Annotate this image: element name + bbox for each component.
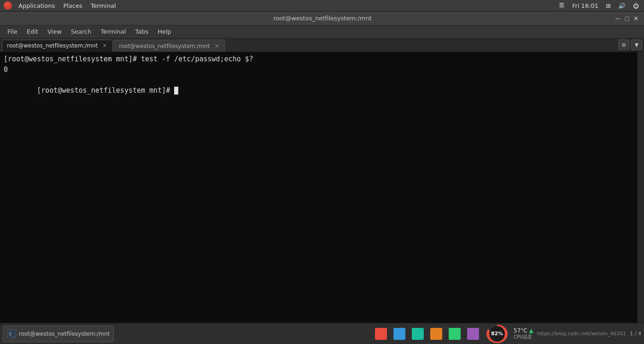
tab-dropdown-btn[interactable]: ▼ [631,40,642,50]
temp-info: 57°C ▲ CPU温度 [514,327,533,340]
tab-1-label: root@westos_netfilesystem:/mnt [7,42,98,49]
lang-icon[interactable]: 英 [557,1,566,10]
network-icon[interactable]: ⊞ [604,2,612,9]
clock: Fri 16:01 [571,2,600,9]
power-icon[interactable]: ⏻ [632,2,640,9]
app-icon-4 [430,328,442,340]
taskbar-page: 1 / 4 [630,331,641,337]
tab-bar-right: ⊞ ▼ [618,40,642,52]
terminal-line-2: 0 [4,65,634,75]
tab-bar: root@westos_netfilesystem:/mnt ✕ root@we… [0,38,644,52]
taskbar: $_ root@westos_netfilesystem:/mnt 82% [0,323,644,344]
tab-1-close[interactable]: ✕ [101,42,108,49]
app-icon-2 [393,328,405,340]
taskbar-app-3[interactable] [410,326,425,341]
temp-number: 57°C [514,327,527,334]
terminal-menu[interactable]: Terminal [87,1,120,10]
terminal-body: [root@westos_netfilesystem mnt]# test -f… [0,52,644,334]
menu-tabs[interactable]: Tabs [130,27,153,36]
terminal-cursor [174,87,178,95]
terminal-line-1: [root@westos_netfilesystem mnt]# test -f… [4,54,634,65]
terminal-prompt-3: [root@westos_netfilesystem mnt]# [37,86,174,95]
menu-file[interactable]: File [3,27,22,36]
taskbar-window-item[interactable]: $_ root@westos_netfilesystem:/mnt [3,326,114,342]
temp-value: 57°C ▲ [514,327,533,334]
taskbar-app-1[interactable] [374,326,388,341]
tab-2[interactable]: root@westos_netfilesystem:/mnt ✕ [114,40,225,52]
app-icon-1 [375,328,387,340]
applications-menu[interactable]: Applications [15,1,59,10]
volume-icon[interactable]: 🔊 [617,2,627,9]
taskbar-app-2[interactable] [392,326,407,341]
window-title: root@westos_netfilesystem:/mnt [31,15,614,22]
title-bar-buttons: ─ □ ✕ [614,14,640,23]
gauge-circle: 82% [486,325,508,343]
cpu-percentage: 82% [491,331,503,336]
temp-arrow: ▲ [529,327,533,334]
system-bar-left: Applications Places Terminal [4,1,120,10]
menu-search[interactable]: Search [66,27,96,36]
title-bar: root@westos_netfilesystem:/mnt ─ □ ✕ [0,12,644,25]
gauge-inner: 82% [489,326,505,342]
terminal-window: root@westos_netfilesystem:/mnt ─ □ ✕ Fil… [0,12,644,334]
app-icon-3 [412,328,424,340]
system-bar-right: 英 Fri 16:01 ⊞ 🔊 ⏻ [557,1,640,10]
menu-view[interactable]: View [43,27,66,36]
tab-2-close[interactable]: ✕ [214,43,220,49]
taskbar-app-4[interactable] [429,326,444,341]
taskbar-app-5[interactable] [447,326,462,341]
restore-button[interactable]: □ [623,14,631,23]
terminal-line-3: [root@westos_netfilesystem mnt]# [4,75,634,106]
tab-1[interactable]: root@westos_netfilesystem:/mnt ✕ [2,40,113,52]
tab-screenshot-btn[interactable]: ⊞ [618,40,629,50]
menu-help[interactable]: Help [153,27,176,36]
taskbar-url: https://blog.csdn.net/weixin_46201 [537,331,626,337]
minimize-button[interactable]: ─ [614,14,622,23]
terminal-content[interactable]: [root@westos_netfilesystem mnt]# test -f… [0,52,638,334]
taskbar-window-label: root@westos_netfilesystem:/mnt [19,331,110,337]
app-icon-6 [467,328,479,340]
menu-terminal[interactable]: Terminal [96,27,130,36]
taskbar-right: 82% 57°C ▲ CPU温度 https://blog.csdn.net/w… [374,325,641,343]
menu-bar: File Edit View Search Terminal Tabs Help [0,25,644,38]
scrollbar[interactable] [638,52,644,334]
menu-edit[interactable]: Edit [22,27,43,36]
places-menu[interactable]: Places [59,1,86,10]
tab-2-label: root@westos_netfilesystem:/mnt [119,43,210,49]
close-button[interactable]: ✕ [632,14,640,23]
taskbar-terminal-icon: $_ [7,329,16,338]
cpu-gauge: 82% [484,325,510,343]
app-icon-5 [449,328,461,340]
taskbar-app-6[interactable] [466,326,480,341]
temp-label: CPU温度 [514,334,532,340]
system-bar: Applications Places Terminal 英 Fri 16:01… [0,0,644,12]
os-logo [4,1,12,10]
